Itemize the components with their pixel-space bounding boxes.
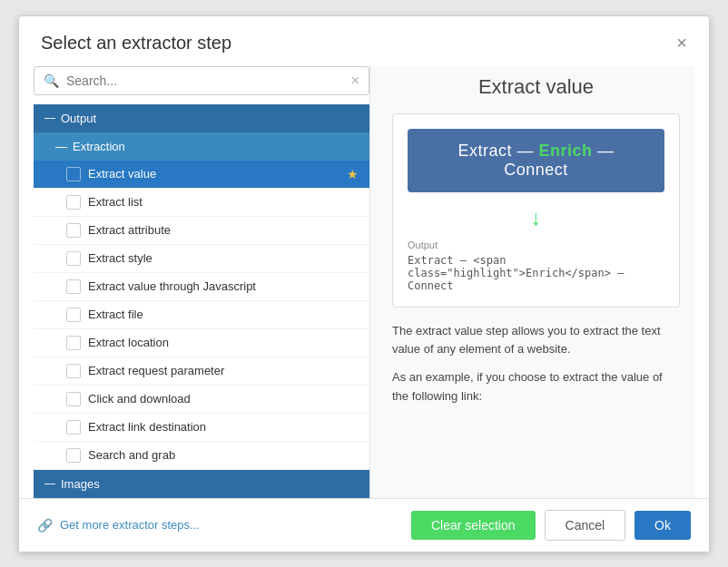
tree-container: — Output — Extraction Extract value ★ Ex…: [34, 104, 369, 498]
link-icon: 🔗: [37, 518, 53, 533]
item-label: Extract value through Javascript: [88, 279, 256, 293]
collapse-output-icon: —: [44, 112, 55, 124]
description-2: As an example, if you choose to extract …: [392, 368, 680, 406]
item-checkbox: [66, 251, 81, 266]
list-item[interactable]: Click and download: [34, 386, 369, 414]
detail-title: Extract value: [392, 75, 680, 99]
item-label: Search and grab: [88, 448, 175, 462]
description-1: The extract value step allows you to ext…: [392, 322, 680, 360]
dialog-body: 🔍 × — Output — Extraction: [19, 66, 709, 498]
item-checkbox: [66, 336, 81, 350]
dialog-title: Select an extractor step: [41, 33, 231, 54]
group-images[interactable]: — Images: [34, 470, 369, 498]
item-checkbox: [66, 223, 81, 238]
close-button[interactable]: ×: [676, 34, 687, 52]
right-panel: Extract value Extract — Enrich — Connect…: [369, 66, 694, 498]
banner-text: Extract — Enrich — Connect: [457, 142, 614, 179]
item-checkbox: [66, 364, 81, 378]
demo-box: Extract — Enrich — Connect ↓ Output Extr…: [392, 113, 680, 308]
list-item[interactable]: Extract value ★: [34, 161, 369, 189]
list-item[interactable]: Extract value through Javascript: [34, 273, 369, 301]
list-item[interactable]: Extract list: [34, 189, 369, 217]
star-icon: ★: [347, 167, 359, 181]
clear-selection-button[interactable]: Clear selection: [411, 511, 536, 540]
group-images-label: Images: [61, 477, 100, 491]
cancel-button[interactable]: Cancel: [545, 510, 626, 541]
search-input[interactable]: [66, 73, 351, 88]
item-checkbox: [66, 167, 81, 181]
select-extractor-dialog: Select an extractor step × 🔍 × — Output: [18, 15, 710, 552]
item-label: Extract request parameter: [88, 364, 224, 377]
subgroup-extraction[interactable]: — Extraction: [34, 132, 369, 161]
item-checkbox: [66, 279, 81, 294]
output-label: Output: [408, 240, 664, 250]
output-value: Extract — <span class="highlight">Enrich…: [408, 254, 664, 292]
search-clear-button[interactable]: ×: [351, 73, 359, 89]
dialog-header: Select an extractor step ×: [19, 16, 709, 66]
collapse-extraction-icon: —: [55, 140, 67, 153]
group-output[interactable]: — Output: [34, 104, 369, 132]
group-output-label: Output: [61, 112, 96, 125]
item-label: Extract list: [88, 195, 143, 209]
list-item[interactable]: Search and grab: [34, 442, 369, 470]
ok-button[interactable]: Ok: [635, 511, 691, 540]
item-label: Extract location: [88, 336, 169, 349]
list-item[interactable]: Extract request parameter: [34, 357, 369, 386]
banner-highlight: Enrich: [538, 142, 592, 160]
list-item[interactable]: Extract attribute: [34, 217, 369, 245]
item-label: Extract file: [88, 308, 143, 321]
item-label: Extract value: [88, 167, 156, 181]
collapse-images-icon: —: [44, 477, 55, 490]
item-checkbox: [66, 195, 81, 210]
search-box: 🔍 ×: [34, 66, 369, 95]
list-item[interactable]: Extract location: [34, 329, 369, 357]
get-more-label: Get more extractor steps...: [60, 518, 200, 532]
dialog-footer: 🔗 Get more extractor steps... Clear sele…: [19, 498, 709, 552]
footer-buttons: Clear selection Cancel Ok: [411, 510, 691, 541]
extract-banner: Extract — Enrich — Connect: [408, 129, 664, 192]
item-label: Click and download: [88, 392, 191, 406]
item-checkbox: [66, 308, 81, 322]
item-label: Extract link destination: [88, 420, 206, 434]
item-checkbox: [66, 392, 81, 406]
list-item[interactable]: Extract file: [34, 301, 369, 329]
item-label: Extract attribute: [88, 223, 171, 237]
item-label: Extract style: [88, 251, 152, 265]
banner-before: Extract —: [457, 142, 538, 160]
item-checkbox: [66, 448, 81, 463]
item-checkbox: [66, 420, 81, 435]
arrow-down-icon: ↓: [408, 205, 664, 230]
search-icon: 🔍: [44, 73, 59, 88]
list-item[interactable]: Extract style: [34, 245, 369, 273]
list-item[interactable]: Extract link destination: [34, 414, 369, 442]
subgroup-extraction-label: Extraction: [73, 140, 125, 153]
left-panel: 🔍 × — Output — Extraction: [34, 66, 369, 498]
get-more-link[interactable]: 🔗 Get more extractor steps...: [37, 518, 200, 533]
